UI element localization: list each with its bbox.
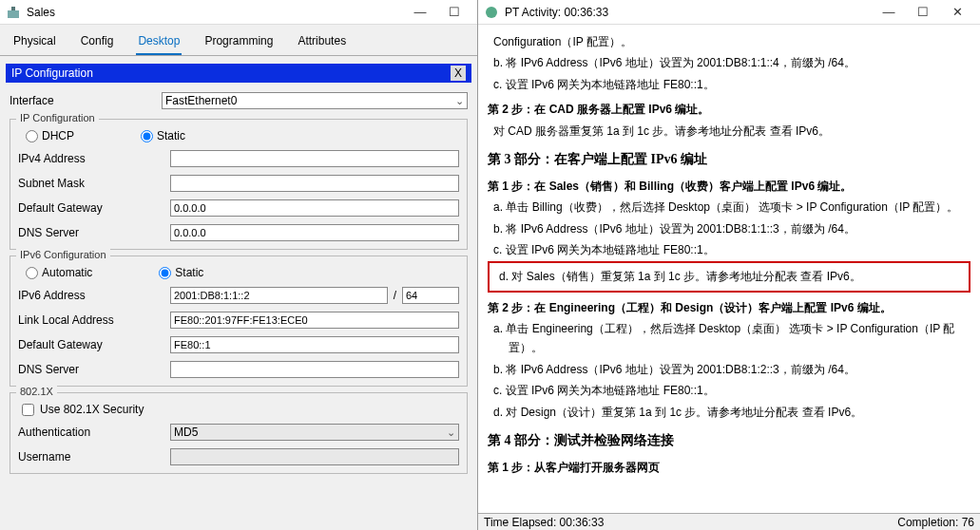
- static-radio[interactable]: Static: [141, 129, 185, 142]
- dot1x-fieldset: 802.1X Use 802.1X Security Authenticatio…: [10, 392, 468, 474]
- auth-select[interactable]: MD5: [170, 424, 459, 441]
- doc-line: c. 设置 IPv6 网关为本地链路地址 FE80::1。: [488, 381, 970, 400]
- doc-step: 第 2 步：在 CAD 服务器上配置 IPv6 编址。: [488, 100, 970, 119]
- status-bar: Time Elapsed: 00:36:33 Completion: 76: [478, 513, 980, 530]
- interface-label: Interface: [10, 94, 162, 107]
- ipv6-dns-input[interactable]: [170, 361, 459, 378]
- ipv6-prefix-input[interactable]: [402, 287, 459, 304]
- tab-attributes[interactable]: Attributes: [296, 30, 348, 55]
- doc-line: c. 设置 IPv6 网关为本地链路地址 FE80::1。: [488, 240, 970, 259]
- panel-title: IP Configuration: [11, 66, 93, 80]
- ipv6-gateway-input[interactable]: [170, 336, 459, 353]
- doc-line: 对 CAD 服务器重复第 1a 到 1c 步。请参考地址分配表 查看 IPv6。: [488, 122, 970, 141]
- ipv6-gateway-label: Default Gateway: [18, 338, 170, 351]
- svg-point-2: [486, 7, 497, 18]
- doc-step: 第 1 步：在 Sales（销售）和 Billing（收费）客户端上配置 IPv…: [488, 177, 970, 196]
- link-local-label: Link Local Address: [18, 313, 170, 327]
- doc-line: b. 将 IPv6 Address（IPv6 地址）设置为 2001:DB8:1…: [488, 219, 970, 238]
- maximize-button[interactable]: ☐: [906, 2, 940, 23]
- dns-server-input[interactable]: [170, 224, 459, 241]
- instructions-doc[interactable]: Configuration（IP 配置）。 b. 将 IPv6 Address（…: [478, 25, 980, 513]
- subnet-mask-input[interactable]: [170, 175, 459, 192]
- ipv6-legend: IPv6 Configuration: [16, 249, 110, 260]
- ipv4-fieldset: IP Configuration DHCP Static IPv4 Addres…: [10, 119, 468, 250]
- minimize-button[interactable]: —: [403, 2, 437, 23]
- window-title: Sales: [27, 6, 403, 19]
- username-label: Username: [18, 450, 170, 464]
- static6-radio[interactable]: Static: [159, 266, 203, 279]
- app-icon: [484, 5, 499, 20]
- subnet-mask-label: Subnet Mask: [18, 177, 170, 190]
- username-input[interactable]: [170, 448, 459, 465]
- doc-line: a. 单击 Engineering（工程），然后选择 Desktop（桌面） 选…: [488, 319, 970, 358]
- maximize-button[interactable]: ☐: [437, 2, 471, 23]
- close-button[interactable]: ✕: [940, 2, 974, 23]
- automatic-radio[interactable]: Automatic: [26, 266, 92, 279]
- panel-close-button[interactable]: X: [451, 66, 466, 81]
- auth-label: Authentication: [18, 426, 170, 439]
- doc-line: Configuration（IP 配置）。: [488, 32, 970, 51]
- prefix-slash: /: [394, 289, 396, 302]
- interface-select[interactable]: FastEthernet0: [162, 92, 468, 109]
- ipv4-address-label: IPv4 Address: [18, 152, 170, 165]
- default-gateway-input[interactable]: [170, 199, 459, 217]
- dhcp-radio[interactable]: DHCP: [26, 129, 74, 142]
- ipv6-dns-label: DNS Server: [18, 363, 170, 376]
- titlebar: PT Activity: 00:36:33 — ☐ ✕: [478, 0, 980, 25]
- panel-header: IP Configuration X: [6, 64, 471, 83]
- default-gateway-label: Default Gateway: [18, 201, 170, 215]
- doc-step: 第 2 步：在 Engineering（工程）和 Design（设计）客户端上配…: [488, 298, 970, 317]
- doc-line: b. 将 IPv6 Address（IPv6 地址）设置为 2001:DB8:1…: [488, 360, 970, 379]
- tab-config[interactable]: Config: [79, 30, 116, 55]
- tab-physical[interactable]: Physical: [11, 30, 58, 55]
- time-elapsed: Time Elapsed: 00:36:33: [484, 516, 604, 529]
- svg-rect-0: [8, 10, 19, 18]
- ipv4-address-input[interactable]: [170, 150, 459, 167]
- doc-line: a. 单击 Billing（收费），然后选择 Desktop（桌面） 选项卡 >…: [488, 198, 970, 217]
- highlighted-step: d. 对 Sales（销售）重复第 1a 到 1c 步。请参考地址分配表 查看 …: [488, 261, 970, 292]
- app-icon: [6, 5, 21, 20]
- window-title: PT Activity: 00:36:33: [505, 6, 872, 19]
- doc-step: 第 1 步：从客户端打开服务器网页: [488, 458, 970, 477]
- use-8021x-label: Use 802.1X Security: [40, 403, 144, 416]
- tab-programming[interactable]: Programming: [202, 30, 275, 55]
- completion: Completion: 76: [897, 516, 974, 529]
- ipv4-legend: IP Configuration: [16, 112, 99, 123]
- pt-activity-window: PT Activity: 00:36:33 — ☐ ✕ Configuratio…: [478, 0, 980, 530]
- titlebar: Sales — ☐: [0, 0, 477, 25]
- minimize-button[interactable]: —: [872, 2, 906, 23]
- sales-window: Sales — ☐ Physical Config Desktop Progra…: [0, 0, 478, 530]
- tabs: Physical Config Desktop Programming Attr…: [0, 25, 477, 56]
- doc-line: d. 对 Design（设计）重复第 1a 到 1c 步。请参考地址分配表 查看…: [488, 403, 970, 422]
- dot1x-legend: 802.1X: [16, 386, 57, 397]
- ipv6-address-input[interactable]: [170, 287, 388, 304]
- ipv6-address-label: IPv6 Address: [18, 289, 170, 302]
- ipv6-fieldset: IPv6 Configuration Automatic Static IPv6…: [10, 256, 468, 387]
- tab-desktop[interactable]: Desktop: [136, 30, 182, 55]
- doc-heading: 第 4 部分：测试并检验网络连接: [488, 429, 970, 452]
- doc-heading: 第 3 部分：在客户端上配置 IPv6 编址: [488, 148, 970, 171]
- doc-line: b. 将 IPv6 Address（IPv6 地址）设置为 2001:DB8:1…: [488, 53, 970, 72]
- use-8021x-checkbox[interactable]: [22, 404, 34, 416]
- ip-config-body: Interface FastEthernet0 IP Configuration…: [0, 83, 477, 480]
- dns-server-label: DNS Server: [18, 226, 170, 239]
- svg-rect-1: [11, 7, 15, 10]
- link-local-input[interactable]: [170, 312, 459, 329]
- doc-line: c. 设置 IPv6 网关为本地链路地址 FE80::1。: [488, 75, 970, 94]
